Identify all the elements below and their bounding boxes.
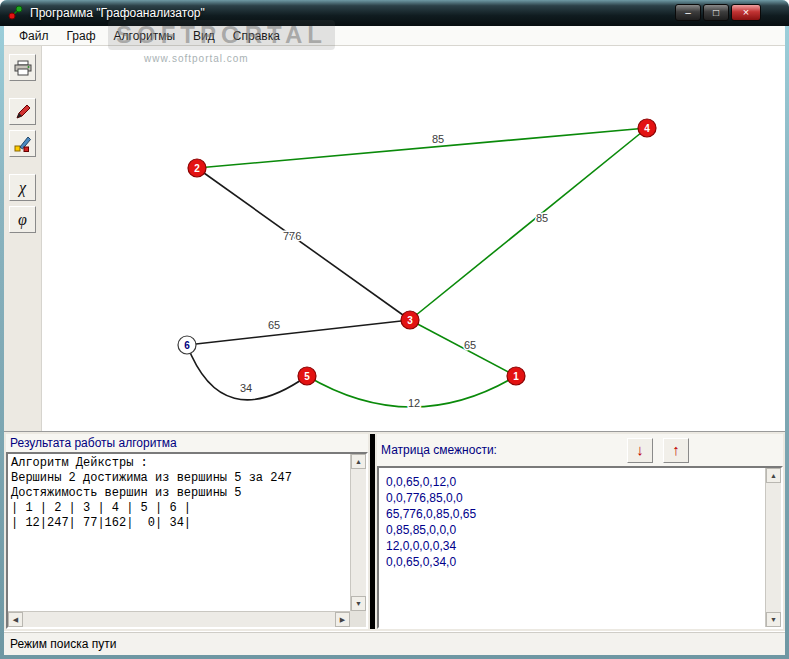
app-window: Программа "Графоанализатор" – □ × Файл Г… <box>0 0 789 659</box>
menu-view[interactable]: Вид <box>184 27 224 45</box>
graph-edge[interactable] <box>187 320 410 345</box>
printer-icon <box>14 60 32 76</box>
matrix-row: 0,85,85,0,0,0 <box>386 522 761 538</box>
scroll-down-icon[interactable]: ▼ <box>766 612 781 627</box>
chi-icon: χ <box>19 180 26 196</box>
menu-help[interactable]: Справка <box>224 27 289 45</box>
vertex-number-label: 5 <box>304 371 310 382</box>
graph-edge[interactable] <box>410 128 647 320</box>
scroll-left-icon[interactable]: ◀ <box>8 612 23 627</box>
results-line: Алгоритм Дейкстры : <box>11 456 346 471</box>
graph-edge[interactable] <box>410 320 516 376</box>
matrix-panel: Матрица смежности: ↓ ↑ 0,0,65,0,12,0 0,0… <box>377 434 783 629</box>
status-text: Режим поиска пути <box>10 637 116 651</box>
main-area: χ φ 858577665653412123456 <box>4 46 785 431</box>
vertex-number-label: 1 <box>513 371 519 382</box>
chi-button[interactable]: χ <box>9 174 36 201</box>
bottom-panels: Результата работы алгоритма Алгоритм Дей… <box>4 431 785 631</box>
palette-icon <box>14 135 32 153</box>
app-icon[interactable] <box>8 5 24 21</box>
matrix-panel-title: Матрица смежности: <box>381 443 497 457</box>
edge-weight-label: 65 <box>268 319 280 331</box>
window-controls: – □ × <box>675 4 761 21</box>
vertex-number-label: 3 <box>407 315 413 326</box>
close-button[interactable]: × <box>731 4 761 21</box>
matrix-text: 0,0,65,0,12,0 0,0,776,85,0,0 65,776,0,85… <box>379 468 781 574</box>
graph-edge[interactable] <box>197 168 410 320</box>
matrix-row: 0,0,65,0,34,0 <box>386 554 761 570</box>
minimize-button[interactable]: – <box>675 4 701 21</box>
menu-algorithms[interactable]: Алгоритмы <box>105 27 185 45</box>
matrix-row: 65,776,0,85,0,65 <box>386 506 761 522</box>
status-bar: Режим поиска пути <box>4 631 785 655</box>
vertex-number-label: 4 <box>644 123 650 134</box>
pen-icon <box>14 103 32 121</box>
matrix-load-button[interactable]: ↓ <box>627 438 653 463</box>
results-line: Достяжимость вершин из вершины 5 <box>11 486 346 501</box>
scroll-right-icon[interactable]: ▶ <box>335 612 350 627</box>
results-line: | 12|247| 77|162| 0| 34| <box>11 516 346 531</box>
panel-divider <box>370 434 375 629</box>
window-title: Программа "Графоанализатор" <box>30 6 205 20</box>
menu-graph[interactable]: Граф <box>58 27 105 45</box>
results-horizontal-scrollbar[interactable]: ◀ ▶ <box>8 611 350 627</box>
results-line: | 1 | 2 | 3 | 4 | 5 | 6 | <box>11 501 346 516</box>
maximize-button[interactable]: □ <box>703 4 729 21</box>
adjacency-matrix-output[interactable]: 0,0,65,0,12,0 0,0,776,85,0,0 65,776,0,85… <box>377 466 783 629</box>
graph-canvas[interactable]: 858577665653412123456 <box>41 46 785 431</box>
edge-weight-label: 34 <box>240 382 252 394</box>
menu-file[interactable]: Файл <box>10 27 58 45</box>
edge-weight-label: 85 <box>536 212 548 224</box>
window-content: Файл Граф Алгоритмы Вид Справка <box>4 26 785 655</box>
phi-button[interactable]: φ <box>9 206 36 233</box>
toolbar: χ φ <box>4 46 41 431</box>
red-down-arrow-icon: ↓ <box>636 441 644 458</box>
matrix-row: 0,0,65,0,12,0 <box>386 474 761 490</box>
results-line: Вершины 2 достижима из вершины 5 за 247 <box>11 471 346 486</box>
matrix-row: 0,0,776,85,0,0 <box>386 490 761 506</box>
scrollbar-corner <box>350 611 366 627</box>
matrix-vertical-scrollbar[interactable]: ▲ ▼ <box>765 468 781 627</box>
scroll-up-icon[interactable]: ▲ <box>351 454 366 469</box>
edge-weight-label: 85 <box>432 133 444 145</box>
matrix-apply-button[interactable]: ↑ <box>663 438 689 463</box>
titlebar: Программа "Графоанализатор" – □ × <box>0 0 789 26</box>
draw-edge-button[interactable] <box>9 98 36 125</box>
edge-weight-label: 12 <box>408 397 420 409</box>
vertex-number-label: 6 <box>184 340 190 351</box>
matrix-header: Матрица смежности: ↓ ↑ <box>377 434 783 466</box>
vertex-number-label: 2 <box>194 163 200 174</box>
phi-icon: φ <box>18 212 27 228</box>
results-output[interactable]: Алгоритм Дейкстры : Вершины 2 достижима … <box>6 452 368 629</box>
edge-weight-label: 65 <box>464 339 476 351</box>
menubar: Файл Граф Алгоритмы Вид Справка <box>4 26 785 46</box>
matrix-row: 12,0,0,0,0,34 <box>386 538 761 554</box>
results-panel: Результата работы алгоритма Алгоритм Дей… <box>6 434 368 629</box>
print-button[interactable] <box>9 54 36 81</box>
color-button[interactable] <box>9 130 36 157</box>
edge-weight-label: 776 <box>283 230 301 242</box>
red-up-arrow-icon: ↑ <box>672 441 680 458</box>
results-text: Алгоритм Дейкстры : Вершины 2 достижима … <box>8 454 366 549</box>
graph-svg[interactable]: 858577665653412123456 <box>42 46 785 431</box>
results-vertical-scrollbar[interactable]: ▲ ▼ <box>350 454 366 611</box>
graph-edge[interactable] <box>197 128 647 168</box>
scroll-down-icon[interactable]: ▼ <box>351 596 366 611</box>
scroll-up-icon[interactable]: ▲ <box>766 468 781 483</box>
results-panel-title: Результата работы алгоритма <box>6 434 368 452</box>
